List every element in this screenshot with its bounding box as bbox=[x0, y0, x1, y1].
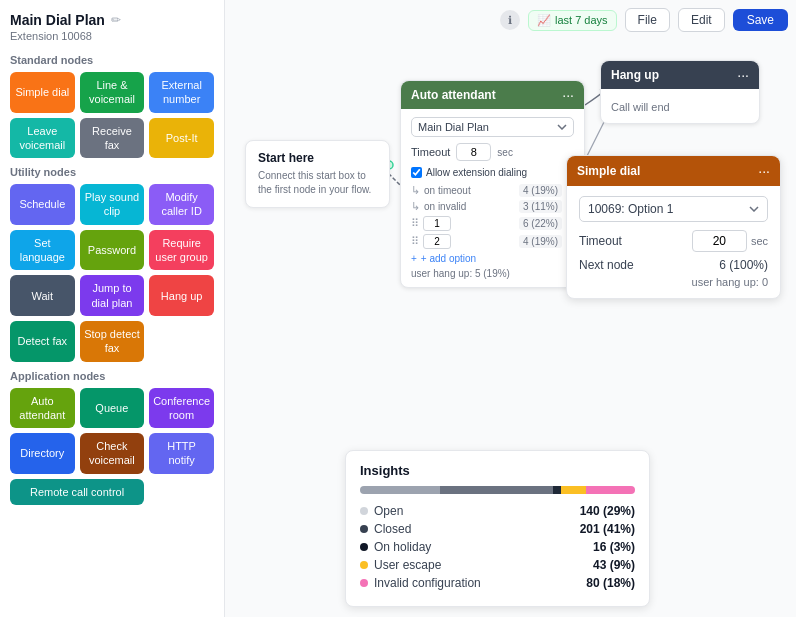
holiday-dot bbox=[360, 543, 368, 551]
start-here-box: Start here Connect this start box to the… bbox=[245, 140, 390, 208]
node-require-user[interactable]: Require user group bbox=[149, 230, 214, 271]
invalid-value: 80 (18%) bbox=[586, 576, 635, 590]
auto-attendant-body: Main Dial Plan Timeout sec Allow extensi… bbox=[401, 109, 584, 287]
sd-next-label: Next node bbox=[579, 258, 634, 272]
sd-timeout-input[interactable] bbox=[692, 230, 747, 252]
sd-timeout-unit: sec bbox=[751, 235, 768, 247]
sd-option-select[interactable]: 10069: Option 1 bbox=[579, 196, 768, 222]
closed-value: 201 (41%) bbox=[580, 522, 635, 536]
node-http-notify[interactable]: HTTP notify bbox=[149, 433, 214, 474]
node-external-number[interactable]: External number bbox=[149, 72, 214, 113]
node-wait[interactable]: Wait bbox=[10, 275, 75, 316]
option2-grid-icon: ⠿ bbox=[411, 235, 419, 248]
auto-attendant-header: Auto attendant ··· bbox=[401, 81, 584, 109]
option-1-input[interactable] bbox=[423, 216, 451, 231]
node-schedule[interactable]: Schedule bbox=[10, 184, 75, 225]
node-set-language[interactable]: Set language bbox=[10, 230, 75, 271]
utility-nodes-grid: Schedule Play sound clip Modify caller I… bbox=[10, 184, 214, 361]
sd-hangup-row: user hang up: 0 bbox=[579, 276, 768, 288]
invalid-dot bbox=[360, 579, 368, 587]
start-here-desc: Connect this start box to the first node… bbox=[258, 169, 377, 197]
edit-button[interactable]: Edit bbox=[678, 8, 725, 32]
node-directory[interactable]: Directory bbox=[10, 433, 75, 474]
node-simple-dial[interactable]: Simple dial bbox=[10, 72, 75, 113]
analytics-button[interactable]: 📈 last 7 days bbox=[528, 10, 617, 31]
insights-holiday-left: On holiday bbox=[360, 540, 431, 554]
closed-label: Closed bbox=[374, 522, 411, 536]
node-post-it[interactable]: Post-It bbox=[149, 118, 214, 159]
node-hang-up[interactable]: Hang up bbox=[149, 275, 214, 316]
edit-icon[interactable]: ✏ bbox=[111, 13, 121, 27]
timeout-arrow-icon: ↳ bbox=[411, 184, 420, 197]
option-1-badge: 6 (22%) bbox=[519, 217, 562, 230]
user-hangup-label: user hang up: 5 (19%) bbox=[411, 268, 574, 279]
allow-extension-row: Allow extension dialing bbox=[411, 167, 574, 178]
on-invalid-row: ↳ on invalid 3 (11%) bbox=[411, 200, 574, 213]
bar-open bbox=[360, 486, 440, 494]
on-timeout-value: 4 (19%) bbox=[519, 184, 562, 197]
analytics-label: last 7 days bbox=[555, 14, 608, 26]
allow-extension-checkbox[interactable] bbox=[411, 167, 422, 178]
node-jump-dial[interactable]: Jump to dial plan bbox=[80, 275, 145, 316]
hangup-menu[interactable]: ··· bbox=[737, 67, 749, 83]
insights-closed-row: Closed 201 (41%) bbox=[360, 522, 635, 536]
add-option-row[interactable]: + + add option bbox=[411, 253, 574, 264]
node-receive-fax[interactable]: Receive fax bbox=[80, 118, 145, 159]
simple-dial-menu[interactable]: ··· bbox=[758, 163, 770, 179]
insights-bar bbox=[360, 486, 635, 494]
insights-open-row: Open 140 (29%) bbox=[360, 504, 635, 518]
node-conference[interactable]: Conference room bbox=[149, 388, 214, 429]
file-button[interactable]: File bbox=[625, 8, 670, 32]
app-title-row: Main Dial Plan ✏ bbox=[10, 12, 214, 28]
auto-attendant-title: Auto attendant bbox=[411, 88, 496, 102]
on-timeout-label: on timeout bbox=[424, 185, 471, 196]
node-stop-detect[interactable]: Stop detect fax bbox=[80, 321, 145, 362]
option-2-row: ⠿ 4 (19%) bbox=[411, 234, 574, 249]
simple-dial-card: Simple dial ··· 10069: Option 1 Timeout … bbox=[566, 155, 781, 299]
insights-escape-row: User escape 43 (9%) bbox=[360, 558, 635, 572]
node-play-sound[interactable]: Play sound clip bbox=[80, 184, 145, 225]
invalid-label: Invalid configuration bbox=[374, 576, 481, 590]
insights-escape-left: User escape bbox=[360, 558, 441, 572]
add-option-label: + add option bbox=[421, 253, 476, 264]
node-leave-voicemail[interactable]: Leave voicemail bbox=[10, 118, 75, 159]
node-detect-fax[interactable]: Detect fax bbox=[10, 321, 75, 362]
timeout-label: Timeout bbox=[411, 146, 450, 158]
sidebar: Main Dial Plan ✏ Extension 10068 Standar… bbox=[0, 0, 225, 617]
info-button[interactable]: ℹ bbox=[500, 10, 520, 30]
auto-attendant-menu[interactable]: ··· bbox=[562, 87, 574, 103]
hangup-text: Call will end bbox=[611, 101, 670, 113]
option-2-input[interactable] bbox=[423, 234, 451, 249]
sd-timeout-row: Timeout sec bbox=[579, 230, 768, 252]
node-queue[interactable]: Queue bbox=[80, 388, 145, 429]
node-auto-attendant[interactable]: Auto attendant bbox=[10, 388, 75, 429]
save-button[interactable]: Save bbox=[733, 9, 788, 31]
closed-dot bbox=[360, 525, 368, 533]
standard-nodes-grid: Simple dial Line & voicemail External nu… bbox=[10, 72, 214, 158]
extension-text: Extension 10068 bbox=[10, 30, 214, 42]
bar-holiday bbox=[553, 486, 561, 494]
auto-attendant-plan-select[interactable]: Main Dial Plan bbox=[411, 117, 574, 137]
node-line-voicemail[interactable]: Line & voicemail bbox=[80, 72, 145, 113]
hangup-header: Hang up ··· bbox=[601, 61, 759, 89]
node-modify-caller[interactable]: Modify caller ID bbox=[149, 184, 214, 225]
bar-invalid bbox=[586, 486, 636, 494]
hangup-card: Hang up ··· Call will end bbox=[600, 60, 760, 124]
node-password[interactable]: Password bbox=[80, 230, 145, 271]
sd-next-node-row: Next node 6 (100%) bbox=[579, 258, 768, 272]
application-nodes-grid: Auto attendant Queue Conference room Dir… bbox=[10, 388, 214, 505]
node-remote-call[interactable]: Remote call control bbox=[10, 479, 144, 505]
simple-dial-title: Simple dial bbox=[577, 164, 640, 178]
insights-title: Insights bbox=[360, 463, 635, 478]
hangup-body: Call will end bbox=[601, 89, 759, 123]
escape-dot bbox=[360, 561, 368, 569]
on-timeout-row: ↳ on timeout 4 (19%) bbox=[411, 184, 574, 197]
open-value: 140 (29%) bbox=[580, 504, 635, 518]
toolbar: ℹ 📈 last 7 days File Edit Save bbox=[500, 8, 788, 32]
node-check-voicemail[interactable]: Check voicemail bbox=[80, 433, 145, 474]
start-here-title: Start here bbox=[258, 151, 377, 165]
bar-escape bbox=[561, 486, 586, 494]
on-invalid-label: on invalid bbox=[424, 201, 466, 212]
timeout-input[interactable] bbox=[456, 143, 491, 161]
simple-dial-header: Simple dial ··· bbox=[567, 156, 780, 186]
